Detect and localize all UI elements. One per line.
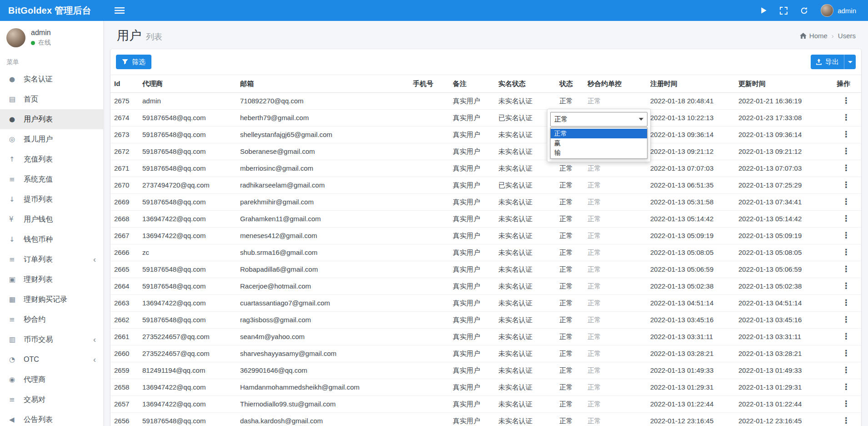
- sidebar-item-home[interactable]: ▤首页: [0, 89, 103, 109]
- sidebar-item-label: 实名认证: [24, 75, 53, 84]
- user-row: 26702737494720@qq.comradhikarseelam@gmai…: [110, 177, 861, 194]
- cell-phone: [409, 127, 449, 143]
- row-actions-button[interactable]: ⋮: [842, 213, 850, 223]
- row-actions-button[interactable]: ⋮: [842, 416, 850, 425]
- row-actions-button[interactable]: ⋮: [842, 180, 850, 189]
- export-button[interactable]: 导出: [811, 55, 844, 69]
- cell-registered-at: 2022-01-13 05:14:42: [647, 211, 735, 228]
- cell-actions: ⋮: [826, 345, 861, 362]
- refresh-icon[interactable]: [800, 7, 808, 15]
- row-actions-button[interactable]: ⋮: [842, 112, 850, 122]
- cell-email: sean4m@yahoo.com: [236, 329, 409, 345]
- sidebar-item-recharge-list[interactable]: ↑充值列表: [0, 149, 103, 169]
- cell-updated-at: 2022-01-12 23:16:45: [735, 413, 826, 426]
- row-actions-button[interactable]: ⋮: [842, 146, 850, 156]
- cell-kyc-status: 未实名认证: [495, 244, 556, 261]
- cell-id: 2660: [110, 345, 139, 362]
- sidebar-username: admin: [31, 29, 51, 37]
- row-actions-button[interactable]: ⋮: [842, 382, 850, 391]
- sidebar-toggle-button[interactable]: [115, 7, 125, 14]
- order-control-option[interactable]: 赢: [551, 138, 647, 148]
- sidebar-item-wallet-currency[interactable]: ↓钱包币种: [0, 229, 103, 249]
- sidebar-item-trading-pairs[interactable]: ≡交易对: [0, 390, 103, 410]
- row-actions-button[interactable]: ⋮: [842, 163, 850, 172]
- cell-phone: [409, 362, 449, 379]
- fullscreen-icon[interactable]: [780, 7, 788, 15]
- sidebar-item-withdraw-list[interactable]: ↓提币列表: [0, 189, 103, 209]
- cell-status: 正常: [556, 396, 584, 413]
- cell-id: 2673: [110, 127, 139, 143]
- sidebar-item-wealth-list[interactable]: ▣理财列表: [0, 269, 103, 289]
- cell-phone: [409, 194, 449, 211]
- cell-actions: ⋮: [826, 143, 861, 160]
- cell-actions: ⋮: [826, 194, 861, 211]
- cell-order-control: 正常: [584, 261, 647, 278]
- cell-id: 2663: [110, 295, 139, 312]
- dashboard-chart-icon: ▤: [9, 95, 24, 103]
- sidebar-item-label: 理财购买记录: [24, 295, 67, 304]
- sidebar-item-label: 用户钱包: [24, 215, 53, 224]
- order-control-select[interactable]: 正常: [550, 112, 647, 127]
- sidebar-item-user-wallet[interactable]: ¥用户钱包: [0, 209, 103, 229]
- export-icon: [816, 59, 822, 65]
- cell-kyc-status: 未实名认证: [495, 160, 556, 177]
- cell-remark: 真实用户: [449, 261, 495, 278]
- row-actions-button[interactable]: ⋮: [842, 96, 850, 105]
- sidebar-item-orphan-users[interactable]: ◎孤儿用户: [0, 129, 103, 149]
- cell-email: meneses412@gmail.com: [236, 228, 409, 244]
- cell-status: 正常: [556, 312, 584, 329]
- order-control-option[interactable]: 正常: [551, 129, 647, 138]
- cell-agent: 591876548@qq.com: [139, 312, 236, 329]
- menu-section-label: 菜单: [0, 55, 103, 69]
- cell-updated-at: 2022-01-13 05:06:59: [735, 261, 826, 278]
- sidebar-item-users[interactable]: ●用户列表: [0, 109, 103, 129]
- column-header: 操作: [826, 75, 861, 93]
- play-icon[interactable]: [761, 7, 767, 14]
- row-actions-button[interactable]: ⋮: [842, 281, 850, 290]
- cell-status: 正常: [556, 93, 584, 110]
- sidebar-item-announcement-list[interactable]: ◀公告列表: [0, 410, 103, 426]
- row-actions-button[interactable]: ⋮: [842, 298, 850, 307]
- user-row: 2674591876548@qq.comheberth79@gmail.com真…: [110, 110, 861, 127]
- cell-id: 2669: [110, 194, 139, 211]
- chevron-down-icon: [639, 118, 643, 121]
- cell-id: 2666: [110, 244, 139, 261]
- cell-updated-at: 2022-01-13 05:14:42: [735, 211, 826, 228]
- sidebar-item-coin-trade[interactable]: ▥币币交易‹: [0, 330, 103, 350]
- cell-status: 正常: [556, 177, 584, 194]
- row-actions-button[interactable]: ⋮: [842, 197, 850, 206]
- sidebar-item-order-list[interactable]: ≡订单列表‹: [0, 249, 103, 269]
- row-actions-button[interactable]: ⋮: [842, 247, 850, 257]
- row-actions-button[interactable]: ⋮: [842, 399, 850, 408]
- order-control-option[interactable]: 输: [551, 148, 647, 157]
- cell-kyc-status: 未实名认证: [495, 93, 556, 110]
- cell-id: 2671: [110, 160, 139, 177]
- export-dropdown-toggle[interactable]: [844, 55, 856, 69]
- row-actions-button[interactable]: ⋮: [842, 331, 850, 341]
- sidebar-item-wealth-purchase-records[interactable]: ▦理财购买记录: [0, 289, 103, 309]
- cell-order-control: 正常: [584, 177, 647, 194]
- sidebar-item-second-contract[interactable]: ≡秒合约: [0, 309, 103, 330]
- sidebar-menu: ●实名认证▤首页●用户列表◎孤儿用户↑充值列表≡系统充值↓提币列表¥用户钱包↓钱…: [0, 69, 103, 426]
- cell-phone: [409, 278, 449, 295]
- cell-remark: 真实用户: [449, 93, 495, 110]
- row-actions-button[interactable]: ⋮: [842, 129, 850, 139]
- breadcrumb-home-link[interactable]: Home: [800, 32, 828, 40]
- user-menu[interactable]: admin: [821, 4, 856, 17]
- cell-remark: 真实用户: [449, 312, 495, 329]
- filter-button[interactable]: 筛选: [116, 55, 151, 69]
- cell-status: 正常: [556, 379, 584, 396]
- row-actions-button[interactable]: ⋮: [842, 264, 850, 274]
- chevron-down-icon: [848, 61, 853, 63]
- sidebar-item-agents[interactable]: ◉代理商: [0, 370, 103, 390]
- row-actions-button[interactable]: ⋮: [842, 348, 850, 358]
- cell-phone: [409, 177, 449, 194]
- sidebar-item-otc[interactable]: ◔OTC‹: [0, 350, 103, 370]
- row-actions-button[interactable]: ⋮: [842, 365, 850, 375]
- sidebar-item-real-name-auth[interactable]: ●实名认证: [0, 69, 103, 89]
- sidebar-item-system-recharge[interactable]: ≡系统充值: [0, 169, 103, 189]
- cell-agent: 2735224657@qq.com: [139, 329, 236, 345]
- row-actions-button[interactable]: ⋮: [842, 230, 850, 240]
- brand-logo[interactable]: BitGoldex 管理后台: [0, 5, 104, 17]
- row-actions-button[interactable]: ⋮: [842, 314, 850, 324]
